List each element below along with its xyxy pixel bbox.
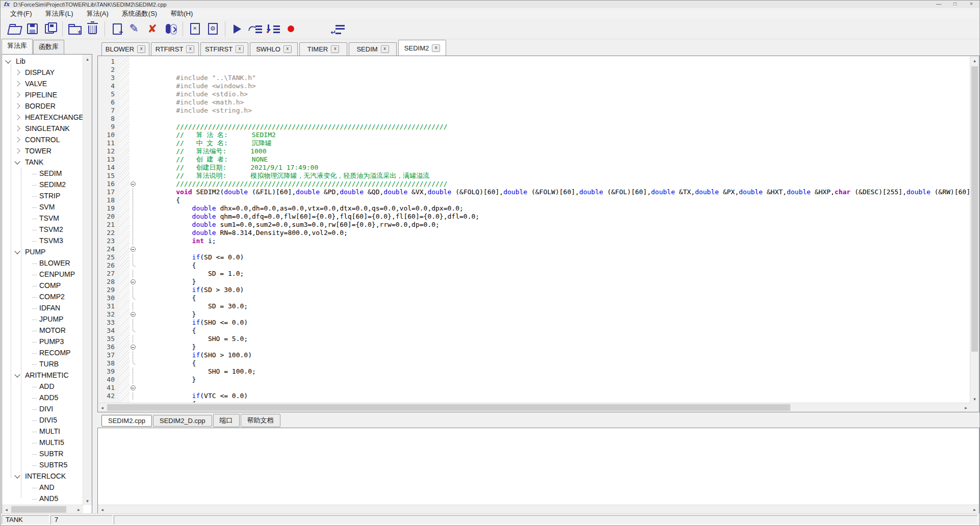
fold-marker[interactable]: [130, 359, 136, 367]
fold-marker[interactable]: [130, 188, 136, 196]
editor-tab[interactable]: RTFIRST x: [151, 42, 199, 56]
close-tab-icon[interactable]: x: [283, 45, 292, 53]
sidebar-tab[interactable]: 算法库: [2, 39, 33, 54]
fold-marker[interactable]: [130, 172, 136, 180]
tree-item[interactable]: HEATEXCHANGER: [2, 112, 83, 123]
tree-item[interactable]: PUMP3: [2, 336, 83, 347]
bottom-tab[interactable]: 帮助文档: [241, 414, 280, 427]
menu-item[interactable]: 算法库(L): [39, 8, 80, 19]
editor-tab[interactable]: SEDIM x: [349, 42, 397, 56]
tree-item[interactable]: MOTOR: [2, 325, 83, 336]
chevron-icon[interactable]: [14, 372, 20, 377]
new-algorithm-button[interactable]: [109, 21, 125, 37]
editor-tab[interactable]: TIMER x: [299, 42, 347, 56]
fold-marker[interactable]: [130, 302, 136, 310]
chevron-icon[interactable]: [14, 125, 20, 131]
tree-item[interactable]: BORDER: [2, 100, 83, 112]
close-tab-icon[interactable]: x: [236, 45, 244, 53]
tree-item[interactable]: AND: [2, 482, 83, 493]
fold-marker[interactable]: [130, 139, 136, 147]
output-horizontal-scrollbar[interactable]: [98, 505, 979, 514]
fold-marker[interactable]: [130, 319, 136, 327]
fold-marker[interactable]: [130, 155, 136, 164]
tree-item[interactable]: SVM: [2, 201, 83, 213]
tree-item[interactable]: DISPLAY: [2, 67, 83, 78]
fold-marker[interactable]: [130, 351, 136, 359]
editor-tab[interactable]: BLOWER x: [101, 42, 149, 56]
tree-item[interactable]: ADD: [2, 381, 83, 392]
close-tab-icon[interactable]: x: [186, 45, 194, 53]
fold-marker[interactable]: [130, 204, 136, 213]
chevron-icon[interactable]: [5, 58, 11, 63]
tree-item[interactable]: TURB: [2, 358, 83, 370]
fold-marker[interactable]: [130, 180, 136, 188]
fold-marker[interactable]: [130, 270, 136, 278]
edit-algorithm-button[interactable]: [126, 21, 143, 37]
menu-item[interactable]: 帮助(H): [164, 8, 199, 19]
editor-tab[interactable]: STFIRST x: [200, 42, 248, 56]
fold-marker[interactable]: [130, 237, 136, 245]
tree-item[interactable]: INTERLOCK: [2, 470, 83, 482]
tree-item[interactable]: DIVI5: [2, 414, 83, 426]
scrollbar-thumb[interactable]: [971, 66, 978, 352]
fold-marker[interactable]: [130, 261, 136, 270]
fold-marker[interactable]: [130, 164, 136, 172]
file-settings-button[interactable]: [204, 21, 221, 37]
fold-marker[interactable]: [130, 196, 136, 204]
tree-item[interactable]: SINGLETANK: [2, 123, 83, 134]
fold-marker[interactable]: [130, 123, 136, 131]
tree-item[interactable]: SEDIM2: [2, 179, 83, 190]
tree-item[interactable]: IDFAN: [2, 302, 83, 313]
tree-item[interactable]: AND5: [2, 493, 83, 504]
tree-item[interactable]: COMP: [2, 280, 83, 291]
scroll-down-icon[interactable]: [83, 496, 92, 505]
export-database-button[interactable]: [162, 21, 179, 37]
editor-horizontal-scrollbar[interactable]: [98, 403, 970, 412]
scrollbar-thumb[interactable]: [107, 404, 790, 411]
tree-item[interactable]: Lib: [2, 56, 83, 67]
chevron-icon[interactable]: [14, 69, 20, 75]
fold-marker[interactable]: [130, 367, 136, 376]
fold-marker[interactable]: [130, 384, 136, 392]
sidebar-horizontal-scrollbar[interactable]: [2, 505, 83, 514]
tree-item[interactable]: CENPUMP: [2, 269, 83, 280]
chevron-icon[interactable]: [14, 92, 20, 97]
open-button[interactable]: [6, 21, 23, 37]
tree-item[interactable]: DIVI: [2, 403, 83, 414]
tree-item[interactable]: MULTI: [2, 426, 83, 437]
close-tab-icon[interactable]: x: [331, 45, 339, 53]
fold-marker[interactable]: [130, 58, 136, 66]
format-lines-button[interactable]: [330, 21, 347, 37]
menu-item[interactable]: 算法(A): [80, 8, 115, 19]
delete-library-button[interactable]: [84, 21, 101, 37]
chevron-icon[interactable]: [14, 103, 20, 109]
scroll-left-icon[interactable]: [2, 505, 11, 514]
tree-item[interactable]: PIPELINE: [2, 89, 83, 100]
fold-marker[interactable]: [130, 286, 136, 294]
scroll-left-icon[interactable]: [98, 505, 107, 514]
tree-item[interactable]: JPUMP: [2, 313, 83, 325]
scroll-up-icon[interactable]: [970, 56, 979, 65]
tree-item[interactable]: SUBTR5: [2, 459, 83, 470]
menu-item[interactable]: 系统函数(S): [115, 8, 164, 19]
tree-item[interactable]: TSVM: [2, 213, 83, 224]
fold-marker[interactable]: [130, 115, 136, 123]
file-tools-button[interactable]: [187, 21, 203, 37]
save-button[interactable]: [24, 21, 41, 37]
fold-marker[interactable]: [130, 278, 136, 286]
editor-tab[interactable]: SWHLO x: [250, 42, 298, 56]
fold-marker[interactable]: [130, 335, 136, 343]
fold-marker[interactable]: [130, 66, 136, 74]
tree-item[interactable]: TSVM2: [2, 224, 83, 235]
scroll-right-icon[interactable]: [962, 403, 970, 412]
sidebar-vertical-scrollbar[interactable]: [83, 55, 92, 505]
fold-marker[interactable]: [130, 245, 136, 253]
tree-item[interactable]: TOWER: [2, 145, 83, 156]
minimize-button[interactable]: —: [931, 1, 947, 8]
fold-marker[interactable]: [130, 98, 136, 107]
scroll-right-icon[interactable]: [74, 505, 83, 514]
fold-marker[interactable]: [130, 221, 136, 229]
chevron-icon[interactable]: [14, 148, 20, 153]
chevron-icon[interactable]: [14, 472, 20, 478]
close-button[interactable]: ×: [963, 1, 979, 8]
